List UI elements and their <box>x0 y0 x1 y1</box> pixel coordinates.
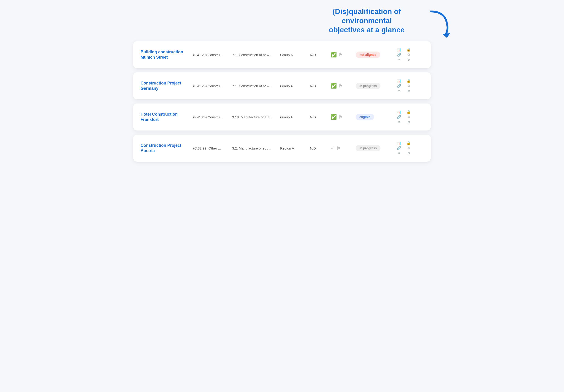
check-icon: ✅ <box>330 52 337 58</box>
arrow-icon <box>424 9 454 39</box>
refresh-icon[interactable]: ↻ <box>407 120 410 124</box>
refresh-icon[interactable]: ↻ <box>407 58 410 62</box>
project-nd: N/D <box>310 84 328 88</box>
project-card: Construction Project Austria (C.32.99) O… <box>133 135 431 162</box>
status-badge-wrapper: In progress <box>356 145 392 151</box>
project-card: Construction Project Germany (F.41.20) C… <box>133 72 431 99</box>
project-icons: ✓ ⚑ <box>330 145 353 151</box>
project-name: Construction Project Austria <box>140 143 191 154</box>
recycle-icon[interactable]: ♻ <box>407 115 410 119</box>
recycle-icon[interactable]: ♻ <box>407 53 410 57</box>
lock-icon[interactable]: 🔒 <box>407 110 411 114</box>
action-icons[interactable]: 📊 🔒 🔗 ♻ ✏ ↻ <box>395 110 413 124</box>
lock-icon[interactable]: 🔒 <box>407 141 411 145</box>
action-icons[interactable]: 📊 🔒 🔗 ♻ ✏ ↻ <box>395 48 413 62</box>
project-icons: ✅ ⚑ <box>330 52 353 58</box>
status-badge-wrapper: eligible <box>356 114 392 120</box>
check-icon: ✅ <box>330 83 337 89</box>
project-activity: 7.1. Construction of new... <box>232 53 278 57</box>
project-card: Hotel Construction Frankfurt (F.41.20) C… <box>133 103 431 130</box>
status-badge: not aligned <box>356 52 380 58</box>
status-badge: In progress <box>356 145 380 151</box>
action-icons[interactable]: 📊 🔒 🔗 ♻ ✏ ↻ <box>395 79 413 93</box>
page-wrapper: (Dis)qualification of environmental obje… <box>133 7 431 162</box>
project-group: Group A <box>280 84 308 88</box>
flag-icon: ⚑ <box>339 114 343 120</box>
project-group: Region A <box>280 146 308 150</box>
arrow-container <box>424 9 454 40</box>
project-code: (F.41.20) Constru... <box>193 53 230 57</box>
project-nd: N/D <box>310 115 328 119</box>
check-icon: ✓ <box>330 145 335 151</box>
recycle-icon[interactable]: ♻ <box>407 146 410 150</box>
project-code: (C.32.99) Other ... <box>193 146 230 150</box>
project-activity: 3.18. Manufacture of aut... <box>232 115 278 119</box>
edit-icon[interactable]: ✏ <box>398 120 400 124</box>
project-name: Construction Project Germany <box>140 81 191 91</box>
svg-marker-0 <box>442 33 450 38</box>
lock-icon[interactable]: 🔒 <box>407 48 411 52</box>
bar-chart-icon[interactable]: 📊 <box>397 48 401 52</box>
project-group: Group A <box>280 115 308 119</box>
check-icon: ✅ <box>330 114 337 120</box>
status-badge-wrapper: In progress <box>356 83 392 89</box>
lock-icon[interactable]: 🔒 <box>407 79 411 83</box>
recycle-icon[interactable]: ♻ <box>407 84 410 88</box>
project-name: Hotel Construction Frankfurt <box>140 112 191 123</box>
project-icons: ✅ ⚑ <box>330 83 353 89</box>
project-activity: 7.1. Construction of new... <box>232 84 278 88</box>
link-icon[interactable]: 🔗 <box>397 53 401 57</box>
page-title: (Dis)qualification of environmental obje… <box>321 7 413 34</box>
status-badge: eligible <box>356 114 374 120</box>
link-icon[interactable]: 🔗 <box>397 84 401 88</box>
flag-icon: ⚑ <box>339 83 343 89</box>
project-nd: N/D <box>310 53 328 57</box>
project-icons: ✅ ⚑ <box>330 114 353 120</box>
cards-list: Building construction Munich Street (F.4… <box>133 41 431 162</box>
project-code: (F.41.20) Constru... <box>193 115 230 119</box>
project-card: Building construction Munich Street (F.4… <box>133 41 431 68</box>
header-area: (Dis)qualification of environmental obje… <box>133 7 431 34</box>
project-nd: N/D <box>310 146 328 150</box>
edit-icon[interactable]: ✏ <box>398 89 400 93</box>
bar-chart-icon[interactable]: 📊 <box>397 110 401 114</box>
project-name: Building construction Munich Street <box>140 49 191 60</box>
flag-icon: ⚑ <box>339 52 343 57</box>
bar-chart-icon[interactable]: 📊 <box>397 79 401 83</box>
edit-icon[interactable]: ✏ <box>398 151 400 155</box>
project-activity: 3.2. Manufacture of equ... <box>232 146 278 150</box>
project-code: (F.41.20) Constru... <box>193 84 230 88</box>
flag-icon: ⚑ <box>336 145 341 151</box>
refresh-icon[interactable]: ↻ <box>407 89 410 93</box>
action-icons[interactable]: 📊 🔒 🔗 ♻ ✏ ↻ <box>395 141 413 155</box>
refresh-icon[interactable]: ↻ <box>407 151 410 155</box>
edit-icon[interactable]: ✏ <box>398 58 400 62</box>
title-block: (Dis)qualification of environmental obje… <box>321 7 413 34</box>
link-icon[interactable]: 🔗 <box>397 146 401 150</box>
status-badge-wrapper: not aligned <box>356 52 392 58</box>
status-badge: In progress <box>356 83 380 89</box>
project-group: Group A <box>280 53 308 57</box>
link-icon[interactable]: 🔗 <box>397 115 401 119</box>
bar-chart-icon[interactable]: 📊 <box>397 141 401 145</box>
